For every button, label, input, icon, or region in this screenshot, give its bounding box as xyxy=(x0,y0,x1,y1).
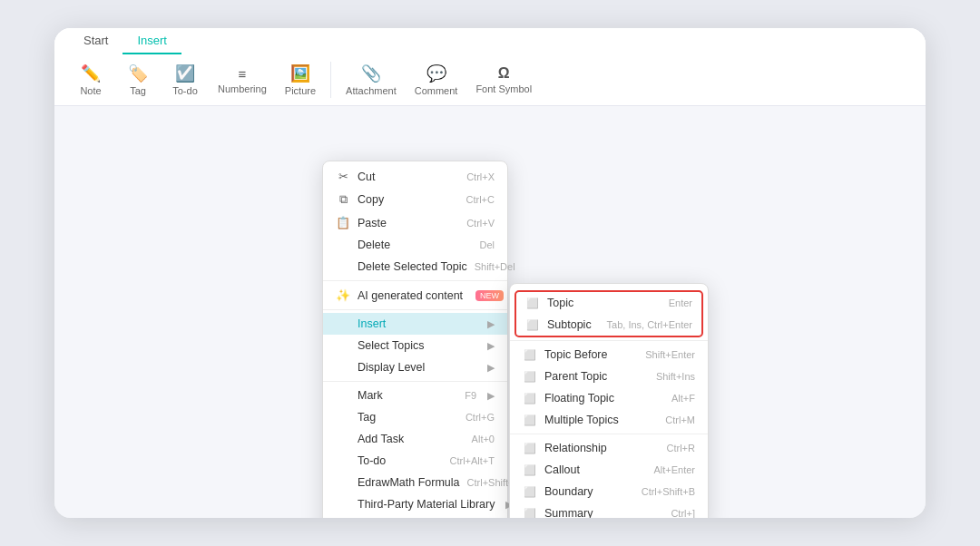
select-topics-arrow: ▶ xyxy=(487,340,495,352)
menu-item-mark[interactable]: Mark F9 ▶ xyxy=(323,385,507,406)
menu-item-copy[interactable]: ⧉ Copy Ctrl+C xyxy=(323,188,507,211)
topic-label: Topic xyxy=(547,297,662,309)
delete-shortcut: Del xyxy=(479,239,495,250)
menu-item-third-party[interactable]: Third-Party Material Library ▶ xyxy=(323,493,507,515)
separator-1 xyxy=(323,280,507,281)
menu-item-cut[interactable]: ✂ Cut Ctrl+X xyxy=(323,165,507,188)
delete-selected-shortcut: Shift+Del xyxy=(475,261,515,272)
toolbar-tabs: Start Insert xyxy=(54,28,926,54)
toolbar-icon-picture[interactable]: 🖼️ Picture xyxy=(278,60,323,100)
callout-label: Callout xyxy=(544,463,646,476)
attachment-icon: 📎 xyxy=(361,63,381,83)
subtopic-shortcut: Tab, Ins, Ctrl+Enter xyxy=(607,319,692,330)
submenu-item-boundary[interactable]: ⬜ Boundary Ctrl+Shift+B xyxy=(510,481,708,502)
toolbar-icon-todo[interactable]: ☑️ To-do xyxy=(163,60,207,100)
menu-item-edrawmath[interactable]: EdrawMath Formula Ctrl+Shift+L xyxy=(323,472,507,493)
submenu-item-floating-topic[interactable]: ⬜ Floating Topic Alt+F xyxy=(510,387,708,409)
floating-topic-label: Floating Topic xyxy=(544,392,664,405)
toolbar-icon-attachment[interactable]: 📎 Attachment xyxy=(338,60,404,100)
paste-icon: 📋 xyxy=(336,216,350,229)
copy-icon: ⧉ xyxy=(336,192,350,207)
submenu-item-subtopic[interactable]: ⬜ Subtopic Tab, Ins, Ctrl+Enter xyxy=(516,314,701,336)
relationship-shortcut: Ctrl+R xyxy=(667,443,695,453)
submenu-item-topic[interactable]: ⬜ Topic Enter xyxy=(516,292,701,314)
toolbar-icon-note[interactable]: ✏️ Note xyxy=(69,60,113,100)
todo-menu-label: To-do xyxy=(358,454,442,467)
menu-item-paste[interactable]: 📋 Paste Ctrl+V xyxy=(323,211,507,234)
tag-menu-label: Tag xyxy=(358,411,458,424)
menu-item-todo[interactable]: To-do Ctrl+Alt+T xyxy=(323,450,507,472)
cut-icon: ✂ xyxy=(336,170,350,183)
menu-item-delete[interactable]: Delete Del xyxy=(323,234,507,256)
submenu-sep-2 xyxy=(510,434,708,434)
cut-shortcut: Ctrl+X xyxy=(466,171,495,182)
submenu-item-parent-topic[interactable]: ⬜ Parent Topic Shift+Ins xyxy=(510,366,708,387)
paste-shortcut: Ctrl+V xyxy=(466,218,495,229)
app-window: Start Insert ✏️ Note 🏷️ Tag ☑️ To-do ≡ N… xyxy=(54,28,926,518)
font-symbol-icon: Ω xyxy=(498,65,510,82)
numbering-label: Numbering xyxy=(218,83,267,94)
relationship-icon: ⬜ xyxy=(523,443,537,454)
toolbar: Start Insert ✏️ Note 🏷️ Tag ☑️ To-do ≡ N… xyxy=(54,28,926,106)
ai-label: AI generated content xyxy=(358,289,463,302)
submenu-item-multiple-topics[interactable]: ⬜ Multiple Topics Ctrl+M xyxy=(510,409,708,431)
tag-icon: 🏷️ xyxy=(128,63,148,83)
parent-topic-label: Parent Topic xyxy=(544,370,649,383)
relationship-label: Relationship xyxy=(544,442,660,454)
submenu-item-summary[interactable]: ⬜ Summary Ctrl+] xyxy=(510,502,708,518)
toolbar-icon-font-symbol[interactable]: Ω Font Symbol xyxy=(468,62,539,98)
multiple-topics-icon: ⬜ xyxy=(523,414,537,426)
note-icon: ✏️ xyxy=(81,63,101,83)
separator-2 xyxy=(323,309,507,310)
toolbar-icon-comment[interactable]: 💬 Comment xyxy=(407,60,466,100)
floating-topic-shortcut: Alt+F xyxy=(671,393,695,404)
insert-arrow: ▶ xyxy=(487,318,495,330)
topic-before-icon: ⬜ xyxy=(523,349,537,361)
tag-shortcut: Ctrl+G xyxy=(466,412,495,423)
summary-label: Summary xyxy=(544,507,663,518)
menu-item-ai[interactable]: ✨ AI generated content NEW xyxy=(323,284,507,307)
submenu-item-topic-before[interactable]: ⬜ Topic Before Shift+Enter xyxy=(510,344,708,366)
summary-shortcut: Ctrl+] xyxy=(671,508,695,518)
insert-submenu: ⬜ Topic Enter ⬜ Subtopic Tab, Ins, Ctrl+… xyxy=(509,283,709,518)
add-task-shortcut: Alt+0 xyxy=(472,434,495,444)
submenu-item-callout[interactable]: ⬜ Callout Alt+Enter xyxy=(510,459,708,481)
add-task-label: Add Task xyxy=(358,433,465,445)
comment-icon: 💬 xyxy=(426,63,446,83)
parent-topic-icon: ⬜ xyxy=(523,371,537,383)
toolbar-icon-tag[interactable]: 🏷️ Tag xyxy=(116,60,160,100)
cut-label: Cut xyxy=(358,171,459,183)
submenu-item-relationship[interactable]: ⬜ Relationship Ctrl+R xyxy=(510,437,708,459)
menu-item-insert[interactable]: Insert ▶ xyxy=(323,313,507,335)
separator-3 xyxy=(323,381,507,382)
tab-insert[interactable]: Insert xyxy=(122,28,181,54)
insert-label: Insert xyxy=(358,317,476,330)
boundary-label: Boundary xyxy=(544,485,634,498)
menu-item-add-task[interactable]: Add Task Alt+0 xyxy=(323,428,507,450)
topic-before-shortcut: Shift+Enter xyxy=(645,349,695,360)
third-party-label: Third-Party Material Library xyxy=(358,498,495,511)
attachment-label: Attachment xyxy=(346,85,397,96)
menu-item-select-topics[interactable]: Select Topics ▶ xyxy=(323,335,507,356)
main-content: 1847 1848 1849 1850 ✂ Cut xyxy=(54,106,926,518)
todo-label: To-do xyxy=(172,85,198,96)
topic-before-label: Topic Before xyxy=(544,348,638,361)
multiple-topics-label: Multiple Topics xyxy=(544,414,658,426)
toolbar-icon-numbering[interactable]: ≡ Numbering xyxy=(211,63,274,98)
canvas-area[interactable]: 1847 1848 1849 1850 ✂ Cut xyxy=(54,106,926,518)
callout-icon: ⬜ xyxy=(523,464,537,476)
submenu-sep-1 xyxy=(510,340,708,341)
tab-start[interactable]: Start xyxy=(69,28,122,54)
menu-item-tag[interactable]: Tag Ctrl+G xyxy=(323,406,507,428)
menu-item-clipart[interactable]: Clipart Ctrl+Shift+I xyxy=(323,515,507,518)
mark-shortcut: F9 xyxy=(465,390,476,401)
delete-label: Delete xyxy=(358,239,472,251)
display-level-label: Display Level xyxy=(358,361,476,374)
menu-item-delete-selected[interactable]: Delete Selected Topic Shift+Del xyxy=(323,256,507,278)
menu-item-display-level[interactable]: Display Level ▶ xyxy=(323,356,507,378)
comment-label: Comment xyxy=(415,85,458,96)
subtopic-icon: ⬜ xyxy=(525,319,540,331)
select-topics-label: Select Topics xyxy=(358,339,476,352)
subtopic-label: Subtopic xyxy=(547,318,600,331)
copy-shortcut: Ctrl+C xyxy=(466,194,495,205)
